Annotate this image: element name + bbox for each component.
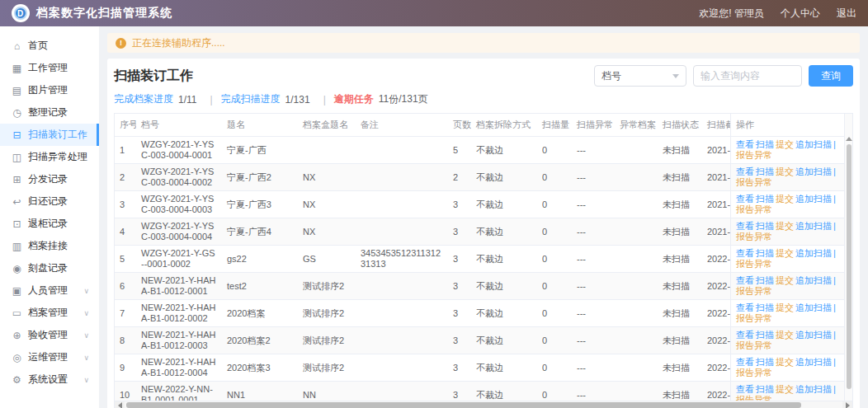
- submit-link[interactable]: 提交: [776, 221, 794, 231]
- column-header-exception_file: 异常档案: [615, 114, 658, 137]
- sidebar-item-label: 分发记录: [28, 172, 68, 186]
- sidebar-item-10[interactable]: ◉刻盘记录: [0, 257, 99, 279]
- overdue-tasks-link[interactable]: 逾期任务: [334, 92, 374, 106]
- scan-link[interactable]: 扫描: [756, 275, 774, 285]
- horizontal-scroll-track[interactable]: [125, 401, 842, 408]
- view-link[interactable]: 查看: [736, 248, 754, 258]
- view-link[interactable]: 查看: [736, 194, 754, 204]
- scan-link[interactable]: 扫描: [756, 139, 774, 149]
- sidebar-item-label: 刻盘记录: [28, 261, 68, 275]
- view-link[interactable]: 查看: [736, 139, 754, 149]
- report-exception-link[interactable]: 报告异常: [736, 204, 772, 214]
- scan-link[interactable]: 扫描: [756, 248, 774, 258]
- append-scan-link[interactable]: 追加扫描: [795, 330, 832, 340]
- scan-link[interactable]: 扫描: [756, 302, 774, 312]
- report-exception-link[interactable]: 报告异常: [736, 368, 772, 378]
- sidebar-item-1[interactable]: ▦工作管理: [0, 57, 99, 79]
- sidebar-item-0[interactable]: ⌂首页: [0, 35, 99, 57]
- cell-status: 未扫描: [658, 327, 702, 354]
- report-exception-link[interactable]: 报告异常: [736, 232, 772, 242]
- cell-scan_count: 0: [537, 218, 572, 246]
- scan-link[interactable]: 扫描: [756, 194, 774, 204]
- report-exception-link[interactable]: 报告异常: [736, 286, 772, 296]
- scroll-right-icon[interactable]: [842, 401, 852, 408]
- sidebar-item-4[interactable]: ⊟扫描装订工作: [0, 124, 99, 146]
- sidebar-item-13[interactable]: ⊕验收管理∨: [0, 324, 99, 346]
- horizontal-scroll-thumb[interactable]: [126, 402, 801, 408]
- cell-remark: [356, 300, 448, 327]
- cell-status: 未扫描: [658, 137, 702, 164]
- vertical-scroll-thumb[interactable]: [847, 144, 851, 389]
- sidebar-item-3[interactable]: ◷整理记录: [0, 101, 99, 124]
- scan-link[interactable]: 扫描: [756, 384, 774, 394]
- append-scan-link[interactable]: 追加扫描: [795, 221, 832, 231]
- append-scan-link[interactable]: 追加扫描: [795, 166, 832, 176]
- scroll-left-icon[interactable]: [115, 401, 125, 408]
- append-scan-link[interactable]: 追加扫描: [795, 248, 832, 258]
- sidebar-item-7[interactable]: ↩归还记录: [0, 190, 99, 213]
- search-input[interactable]: [693, 65, 802, 87]
- sidebar-item-11[interactable]: ▣人员管理∨: [0, 279, 99, 302]
- sidebar-item-9[interactable]: ▥档案挂接: [0, 235, 99, 257]
- sidebar-item-15[interactable]: ⚙系统设置∨: [0, 368, 99, 391]
- table-vertical-scrollbar[interactable]: [844, 114, 852, 401]
- scan-link[interactable]: 扫描: [756, 221, 774, 231]
- submit-link[interactable]: 提交: [776, 302, 794, 312]
- submit-link[interactable]: 提交: [776, 139, 794, 149]
- append-scan-link[interactable]: 追加扫描: [795, 139, 832, 149]
- report-exception-link[interactable]: 报告异常: [736, 340, 772, 350]
- view-link[interactable]: 查看: [736, 330, 754, 340]
- append-scan-link[interactable]: 追加扫描: [795, 275, 832, 285]
- sidebar-item-2[interactable]: ▤图片管理: [0, 79, 99, 101]
- archive-progress-link[interactable]: 完成档案进度: [114, 92, 173, 106]
- report-exception-link[interactable]: 报告异常: [736, 395, 772, 401]
- sidebar-item-5[interactable]: ◫扫描异常处理: [0, 146, 99, 168]
- submit-link[interactable]: 提交: [776, 275, 794, 285]
- view-link[interactable]: 查看: [736, 275, 754, 285]
- submit-link[interactable]: 提交: [776, 357, 794, 367]
- profile-link[interactable]: 个人中心: [781, 7, 820, 21]
- append-scan-link[interactable]: 追加扫描: [795, 357, 832, 367]
- submit-link[interactable]: 提交: [776, 330, 794, 340]
- view-link[interactable]: 查看: [736, 166, 754, 176]
- action-separator: |: [833, 248, 836, 258]
- submit-link[interactable]: 提交: [776, 248, 794, 258]
- scan-link[interactable]: 扫描: [756, 330, 774, 340]
- scroll-up-icon[interactable]: [846, 137, 852, 141]
- sidebar-item-label: 系统设置: [28, 373, 68, 387]
- view-link[interactable]: 查看: [736, 302, 754, 312]
- report-exception-link[interactable]: 报告异常: [736, 150, 772, 160]
- scan-link[interactable]: 扫描: [756, 166, 774, 176]
- submit-link[interactable]: 提交: [776, 194, 794, 204]
- scan-link[interactable]: 扫描: [756, 357, 774, 367]
- app-title: 档案数字化扫描管理系统: [36, 6, 172, 21]
- sidebar-item-label: 扫描异常处理: [28, 150, 87, 164]
- view-link[interactable]: 查看: [736, 221, 754, 231]
- table-scroll-area: 序号档号题名档案盒题名备注页数档案拆除方式扫描量扫描异常异常档案扫描状态扫描截止…: [115, 114, 844, 401]
- search-button[interactable]: 查询: [809, 65, 853, 87]
- table-row: 1WZGY-2021-Y-YSC-003-0004-0001宁夏-广西5不裁边0…: [115, 137, 844, 164]
- sidebar-item-12[interactable]: ▭档案管理∨: [0, 302, 99, 324]
- report-exception-link[interactable]: 报告异常: [736, 259, 772, 269]
- sidebar-item-label: 扫描装订工作: [28, 128, 87, 142]
- logout-link[interactable]: 退出: [837, 7, 856, 21]
- view-link[interactable]: 查看: [736, 357, 754, 367]
- report-exception-link[interactable]: 报告异常: [736, 177, 772, 187]
- append-scan-link[interactable]: 追加扫描: [795, 302, 832, 312]
- append-scan-link[interactable]: 追加扫描: [795, 384, 832, 394]
- cell-scan_count: 0: [537, 382, 572, 401]
- scan-progress-link[interactable]: 完成扫描进度: [221, 92, 281, 106]
- table-row: 5WZGY-2021-Y-GS--0001-0002gs22GS34534535…: [115, 246, 844, 273]
- sidebar-item-8[interactable]: ⊡退柜记录: [0, 213, 99, 235]
- table-horizontal-scrollbar[interactable]: [114, 401, 853, 408]
- append-scan-link[interactable]: 追加扫描: [795, 194, 832, 204]
- sidebar-item-14[interactable]: ◎运维管理∨: [0, 346, 99, 368]
- submit-link[interactable]: 提交: [776, 384, 794, 394]
- sidebar-item-6[interactable]: ⊞分发记录: [0, 168, 99, 190]
- view-link[interactable]: 查看: [736, 384, 754, 394]
- cell-title: 宁夏-广西4: [222, 218, 298, 246]
- cell-scan_exception: ---: [572, 273, 615, 300]
- report-exception-link[interactable]: 报告异常: [736, 313, 772, 323]
- search-field-select[interactable]: 档号: [594, 65, 686, 87]
- submit-link[interactable]: 提交: [776, 166, 794, 176]
